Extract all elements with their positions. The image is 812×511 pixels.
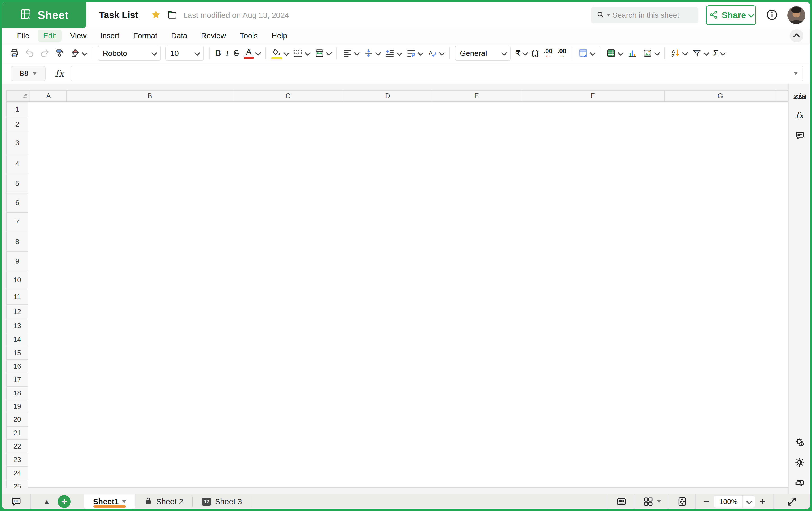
zoom-in-button[interactable]: +: [760, 497, 765, 507]
print-button[interactable]: [7, 46, 22, 61]
column-header-H[interactable]: H: [777, 91, 788, 101]
info-button[interactable]: [765, 8, 778, 22]
select-all-corner[interactable]: [6, 91, 30, 101]
freeze-panes-button[interactable]: [635, 494, 669, 509]
row-header-19[interactable]: 19: [7, 400, 28, 413]
comma-style-button[interactable]: (,): [529, 46, 541, 61]
strikethrough-button[interactable]: S: [231, 46, 241, 61]
tab-list-arrow[interactable]: ▲: [44, 498, 50, 505]
column-header-D[interactable]: D: [343, 91, 432, 101]
row-header-1[interactable]: 1: [7, 102, 28, 117]
chevron-down-icon[interactable]: [590, 50, 596, 56]
wrap-text-button[interactable]: [404, 46, 425, 61]
row-header-21[interactable]: 21: [7, 426, 28, 440]
keyboard-shortcuts-button[interactable]: [608, 494, 635, 509]
insert-image-button[interactable]: [640, 46, 661, 61]
menu-data[interactable]: Data: [166, 30, 193, 42]
row-header-13[interactable]: 13: [7, 319, 28, 333]
row-header-3[interactable]: 3: [7, 132, 28, 154]
chevron-down-icon[interactable]: [417, 50, 424, 56]
menu-file[interactable]: File: [11, 30, 35, 42]
column-header-C[interactable]: C: [233, 91, 343, 101]
bold-button[interactable]: B: [213, 46, 224, 61]
vertical-align-button[interactable]: [361, 46, 382, 61]
chevron-down-icon[interactable]: [396, 50, 402, 56]
zia-assistant-icon[interactable]: zia: [793, 91, 806, 100]
sum-button[interactable]: Σ: [710, 46, 727, 61]
increase-decimal-button[interactable]: .00→: [555, 46, 569, 61]
search-input[interactable]: Search in this sheet: [591, 7, 698, 24]
undo-button[interactable]: [22, 46, 37, 61]
chevron-down-icon[interactable]: [522, 50, 528, 56]
chevron-down-icon[interactable]: [682, 50, 688, 56]
number-format-select[interactable]: General: [455, 46, 511, 61]
comments-panel-icon[interactable]: [794, 130, 805, 142]
conditional-format-button[interactable]: [576, 46, 597, 61]
sheet-tab-sheet2[interactable]: Sheet 2: [135, 494, 192, 509]
row-header-7[interactable]: 7: [7, 213, 28, 232]
document-title[interactable]: Task List: [99, 10, 138, 20]
decrease-decimal-button[interactable]: .00←: [541, 46, 555, 61]
row-header-6[interactable]: 6: [7, 193, 28, 213]
row-header-17[interactable]: 17: [7, 373, 28, 387]
chevron-down-icon[interactable]: [375, 50, 381, 56]
row-header-5[interactable]: 5: [7, 174, 28, 193]
row-header-15[interactable]: 15: [7, 347, 28, 360]
fullscreen-button[interactable]: [774, 494, 810, 509]
theme-brightness-icon[interactable]: [794, 457, 805, 469]
font-color-button[interactable]: A: [241, 46, 262, 61]
share-button[interactable]: Share: [706, 5, 756, 25]
folder-icon[interactable]: [167, 9, 178, 21]
search-scope-caret[interactable]: [607, 14, 610, 16]
row-header-25[interactable]: 25: [7, 480, 28, 488]
text-rotation-button[interactable]: A: [425, 46, 446, 61]
menu-tools[interactable]: Tools: [235, 30, 263, 42]
zoom-level-select[interactable]: 100%: [714, 495, 755, 508]
menu-view[interactable]: View: [65, 30, 92, 42]
app-logo[interactable]: Sheet: [2, 2, 86, 28]
chevron-down-icon[interactable]: [618, 50, 624, 56]
chevron-down-icon[interactable]: [720, 50, 726, 56]
menu-review[interactable]: Review: [196, 30, 231, 42]
redo-button[interactable]: [37, 46, 52, 61]
row-header-18[interactable]: 18: [7, 387, 28, 400]
row-header-20[interactable]: 20: [7, 413, 28, 426]
format-painter-button[interactable]: [52, 46, 67, 61]
zoom-out-button[interactable]: −: [703, 497, 709, 507]
row-header-16[interactable]: 16: [7, 360, 28, 373]
insert-chart-button[interactable]: [625, 46, 640, 61]
insert-table-button[interactable]: [604, 46, 625, 61]
column-header-G[interactable]: G: [665, 91, 777, 101]
add-sheet-button[interactable]: +: [58, 495, 71, 508]
chevron-down-icon[interactable]: [654, 50, 660, 56]
cell-canvas[interactable]: [28, 102, 788, 488]
sheet-tab-sheet1[interactable]: Sheet1: [84, 494, 135, 509]
row-header-10[interactable]: 10: [7, 271, 28, 289]
chevron-down-icon[interactable]: [703, 50, 709, 56]
merge-cells-button[interactable]: [312, 46, 333, 61]
formula-bar-expand-caret[interactable]: [794, 72, 798, 75]
chevron-down-icon[interactable]: [354, 50, 360, 56]
user-avatar[interactable]: [787, 6, 805, 24]
row-header-14[interactable]: 14: [7, 333, 28, 347]
feedback-icon[interactable]: [794, 477, 805, 489]
italic-button[interactable]: I: [224, 46, 231, 61]
view-settings-icon[interactable]: [794, 437, 805, 449]
sheet-tab-caret[interactable]: [122, 500, 126, 503]
chevron-down-icon[interactable]: [326, 50, 332, 56]
chevron-down-icon[interactable]: [255, 50, 261, 56]
menu-edit[interactable]: Edit: [38, 30, 62, 42]
collapse-toolbar-button[interactable]: [790, 29, 804, 42]
sheet-tab-sheet3[interactable]: 12 Sheet 3: [193, 494, 251, 509]
row-header-22[interactable]: 22: [7, 440, 28, 453]
chevron-down-icon[interactable]: [283, 50, 289, 56]
clear-format-button[interactable]: [67, 46, 89, 61]
menu-format[interactable]: Format: [128, 30, 163, 42]
row-header-12[interactable]: 12: [7, 305, 28, 319]
chevron-down-icon[interactable]: [82, 50, 88, 56]
functions-panel-icon[interactable]: fx: [796, 111, 804, 120]
column-header-B[interactable]: B: [67, 91, 233, 101]
filter-button[interactable]: [689, 46, 710, 61]
row-header-9[interactable]: 9: [7, 252, 28, 271]
sort-button[interactable]: A Z: [668, 46, 689, 61]
